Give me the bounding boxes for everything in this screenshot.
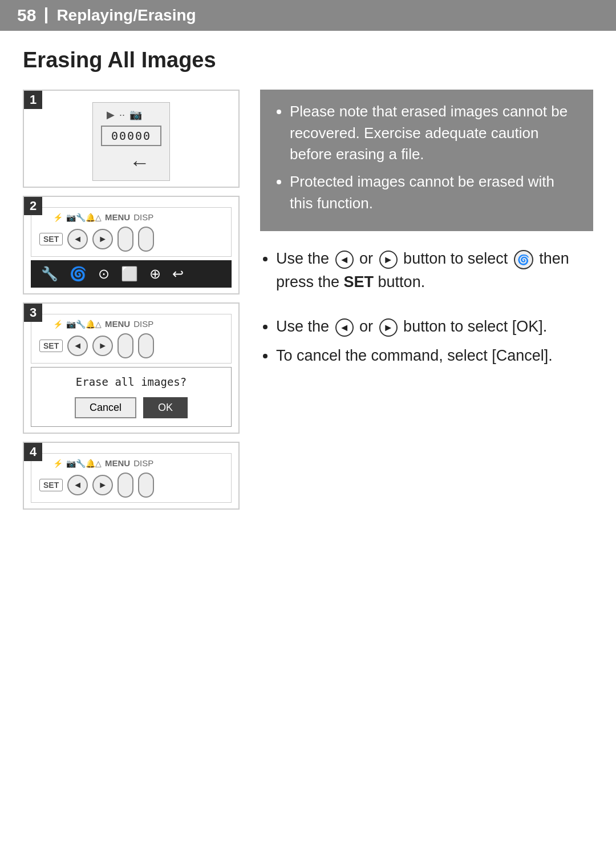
step-2-display: ⚡ 📷🔧🔔△ MENU DISP SET ◄ ► <box>31 203 232 288</box>
mode-icons-3: 📷🔧🔔△ <box>66 320 102 329</box>
step-4-btn-panel: ⚡ 📷🔧🔔△ MENU DISP SET ◄ ► <box>31 453 232 503</box>
steps-column: 1 ▶ ·· 📷 00000 ← 2 <box>23 90 240 510</box>
rect-btn-3a <box>117 333 133 358</box>
right-nav-icon-2: ► <box>379 318 398 337</box>
instruction-item-2: Use the ◄ or ► button to select [OK]. <box>276 315 593 338</box>
instruction-group-2: Use the ◄ or ► button to select [OK]. To… <box>260 315 593 373</box>
instruction-item-3: To cancel the command, select [Cancel]. <box>276 344 593 368</box>
menu-label: MENU <box>105 212 130 222</box>
step-2-panel-top: ⚡ 📷🔧🔔△ MENU DISP <box>37 212 225 222</box>
rect-btn-3b <box>138 333 154 358</box>
step-1-box: 1 ▶ ·· 📷 00000 ← <box>23 90 240 188</box>
nav-left-3: ◄ <box>67 336 88 356</box>
erase-dialog-buttons: Cancel OK <box>42 397 221 418</box>
instruction-list-1: Use the ◄ or ► button to select 🌀 then p… <box>260 247 593 293</box>
step-3-display: ⚡ 📷🔧🔔△ MENU DISP SET ◄ ► <box>31 309 232 427</box>
step-4-inner: ⚡ 📷🔧🔔△ MENU DISP SET ◄ ► <box>24 443 238 508</box>
menu-icon-5: ⊕ <box>149 266 161 282</box>
ok-button[interactable]: OK <box>143 397 188 418</box>
step-3-panel-top: ⚡ 📷🔧🔔△ MENU DISP <box>37 319 225 329</box>
cancel-button[interactable]: Cancel <box>75 397 136 418</box>
counter-display: 00000 <box>101 126 161 146</box>
nav-left-4: ◄ <box>67 475 88 495</box>
step-1-number: 1 <box>24 91 42 109</box>
rect-btn-4a <box>117 473 133 498</box>
set-button-4: SET <box>39 479 63 491</box>
rect-button <box>117 227 133 252</box>
step-4-box: 4 ⚡ 📷🔧🔔△ MENU DISP SET ◄ ► <box>23 442 240 510</box>
step-3-btn-panel: ⚡ 📷🔧🔔△ MENU DISP SET ◄ ► <box>31 314 232 364</box>
erase-dialog-title: Erase all images? <box>42 376 221 388</box>
erase-dialog: Erase all images? Cancel OK <box>31 367 232 427</box>
step-2-btn-panel: ⚡ 📷🔧🔔△ MENU DISP SET ◄ ► <box>31 207 232 257</box>
set-button-3: SET <box>39 340 63 352</box>
flash-icon-4: ⚡ <box>53 459 63 468</box>
camera-icon: 📷 <box>129 108 142 121</box>
playback-screen: ▶ ·· 📷 00000 ← <box>92 102 170 181</box>
instructions-column: Please note that erased images cannot be… <box>260 90 593 373</box>
playback-top-icons: ▶ ·· 📷 <box>107 108 142 121</box>
mode-icons-4: 📷🔧🔔△ <box>66 459 102 468</box>
instruction-item-1: Use the ◄ or ► button to select 🌀 then p… <box>276 247 593 293</box>
set-label-inline: SET <box>344 273 374 290</box>
section-title: Replaying/Erasing <box>56 6 196 25</box>
note-item-1: Please note that erased images cannot be… <box>290 101 579 165</box>
menu-icon-2: 🌀 <box>70 266 87 282</box>
note-list: Please note that erased images cannot be… <box>274 101 579 214</box>
disp-label-4: DISP <box>133 458 153 468</box>
dot-icons: ·· <box>119 109 125 121</box>
page-number: 58 <box>17 6 36 25</box>
nav-left-btn: ◄ <box>67 229 88 249</box>
flash-icon-3: ⚡ <box>53 320 63 329</box>
step-2-buttons-row: SET ◄ ► <box>37 227 225 252</box>
menu-overlay: 🔧 🌀 ⊙ ⬜ ⊕ ↩ <box>31 260 232 288</box>
step-4-number: 4 <box>24 443 42 461</box>
arrow-left-icon: ← <box>129 151 150 175</box>
instruction-group-1: Use the ◄ or ► button to select 🌀 then p… <box>260 247 593 299</box>
step-3-inner: ⚡ 📷🔧🔔△ MENU DISP SET ◄ ► <box>24 304 238 433</box>
step-2-box: 2 ⚡ 📷🔧🔔△ MENU DISP SET <box>23 196 240 294</box>
note-box: Please note that erased images cannot be… <box>260 90 593 231</box>
left-nav-icon: ◄ <box>335 251 354 269</box>
set-button-label: SET <box>39 233 63 245</box>
right-nav-icon: ► <box>379 251 398 269</box>
instruction-list-2: Use the ◄ or ► button to select [OK]. To… <box>260 315 593 367</box>
step-3-buttons-row: SET ◄ ► <box>37 333 225 358</box>
disp-label-3: DISP <box>133 319 153 329</box>
step-2-inner: ⚡ 📷🔧🔔△ MENU DISP SET ◄ ► <box>24 197 238 293</box>
header-bar: 58 Replaying/Erasing <box>0 0 616 31</box>
menu-icon-3: ⊙ <box>98 266 110 282</box>
step-3-number: 3 <box>24 304 42 322</box>
nav-right-btn: ► <box>92 229 113 249</box>
menu-icon-1: 🔧 <box>41 266 58 282</box>
nav-right-4: ► <box>92 475 113 495</box>
disp-label: DISP <box>133 212 153 222</box>
page-title: Erasing All Images <box>23 48 593 72</box>
step-4-buttons-row: SET ◄ ► <box>37 473 225 498</box>
step-1-inner: ▶ ·· 📷 00000 ← <box>24 91 238 187</box>
header-divider <box>45 7 47 23</box>
two-column-layout: 1 ▶ ·· 📷 00000 ← 2 <box>23 90 593 510</box>
menu-label-3: MENU <box>105 319 130 329</box>
page-content: Erasing All Images 1 ▶ ·· 📷 00000 ← <box>0 48 616 532</box>
note-item-2: Protected images cannot be erased with t… <box>290 171 579 214</box>
nav-right-3: ► <box>92 336 113 356</box>
mode-icons: 📷🔧🔔△ <box>66 213 102 222</box>
flash-icon: ⚡ <box>53 213 63 222</box>
menu-icon-6: ↩ <box>172 266 184 282</box>
step-3-box: 3 ⚡ 📷🔧🔔△ MENU DISP SET <box>23 302 240 434</box>
playback-icon: ▶ <box>107 108 115 121</box>
menu-icon-4: ⬜ <box>121 266 138 282</box>
left-nav-icon-2: ◄ <box>335 318 354 337</box>
menu-select-icon: 🌀 <box>514 250 533 269</box>
rect-btn-4b <box>138 473 154 498</box>
step-4-panel-top: ⚡ 📷🔧🔔△ MENU DISP <box>37 458 225 468</box>
menu-label-4: MENU <box>105 458 130 468</box>
step-2-number: 2 <box>24 197 42 215</box>
rect-button-2 <box>138 227 154 252</box>
